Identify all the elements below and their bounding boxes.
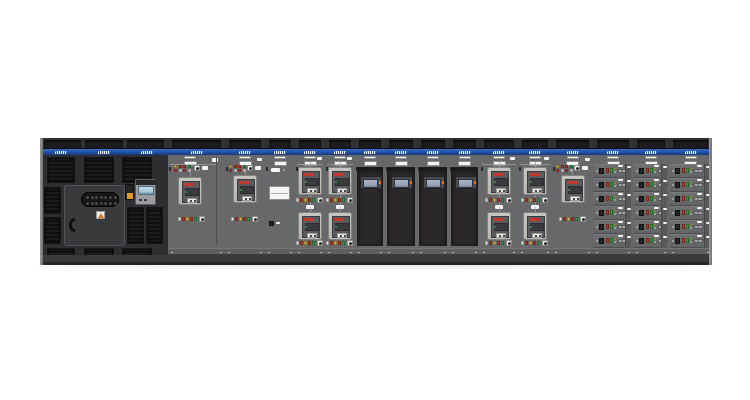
- nameplate: [274, 161, 287, 166]
- roof-strip: [669, 138, 712, 149]
- control-switch-knob: [199, 216, 205, 222]
- indicator-lamp-red: [235, 217, 238, 221]
- indicator-lamp-yellow: [239, 217, 242, 221]
- door-latch: [519, 167, 521, 171]
- meter-led-red: [556, 169, 559, 172]
- mcc-drawer: [634, 164, 660, 178]
- meter-led-red: [179, 165, 182, 168]
- roof-vent: [299, 140, 321, 148]
- breaker-rating-label: [337, 188, 347, 193]
- breaker-window: [335, 223, 349, 231]
- cable-channel: [661, 164, 667, 248]
- mcc-drawer: [594, 206, 624, 220]
- indicator-lamp-red: [308, 198, 311, 202]
- mcc-drawer: [670, 234, 703, 248]
- channel-label: [663, 166, 667, 168]
- drawer-handle: [694, 169, 704, 173]
- knob-pointer: [582, 218, 585, 221]
- screw: [475, 252, 477, 254]
- breaker-section-front: [552, 155, 593, 248]
- indicator-lamp-yellow: [654, 196, 656, 198]
- drawer-label: [654, 193, 659, 195]
- indicator-lamp-red: [338, 198, 341, 202]
- drawer-switch: [639, 224, 644, 230]
- kick-seam: [518, 248, 552, 255]
- knob-pointer: [349, 199, 352, 202]
- roof-vent: [229, 140, 261, 148]
- roof-vent: [522, 140, 548, 148]
- label-mark: [503, 190, 505, 192]
- drive-section-front: [355, 155, 385, 248]
- indicator-lamp-green: [650, 210, 653, 215]
- indicator-lamp-white: [296, 241, 299, 245]
- indicator-lamp-green: [686, 224, 689, 229]
- meter-led-red: [174, 169, 177, 172]
- indicator-lamp-white: [690, 213, 692, 215]
- drawer-switch: [599, 210, 604, 216]
- indicator-lamp-red: [190, 217, 193, 221]
- indicator-lamp-red: [682, 168, 685, 173]
- indicator-lamp-white: [636, 212, 638, 214]
- drawer-label: [654, 221, 659, 223]
- roof-strip: [417, 138, 449, 149]
- indicator-lamp-yellow: [690, 196, 692, 198]
- indicator-lamp-red: [606, 182, 609, 187]
- drawer-switch: [675, 210, 680, 216]
- drawer-switch: [639, 168, 644, 174]
- indicator-lamp-white: [326, 241, 329, 245]
- label-mark: [539, 235, 541, 237]
- mcc-drawer-stack: [634, 164, 660, 248]
- breaker-on-indicator: [335, 181, 337, 183]
- breaker-rating-label: [532, 233, 542, 238]
- drawer-label: [697, 193, 702, 195]
- drawer-switch: [639, 210, 644, 216]
- gauge-dot: [104, 196, 107, 199]
- gauge-dot: [109, 202, 112, 205]
- section-mcc-column-2: [633, 138, 669, 265]
- section-feeder-breakers-3: [480, 138, 518, 265]
- control-switch-knob: [542, 197, 548, 203]
- indicator-lamp-green: [610, 196, 613, 201]
- breaker-window: [185, 188, 199, 196]
- mcc-section-front: [633, 155, 669, 248]
- label-mark: [340, 235, 342, 237]
- brand-logo: [55, 151, 68, 154]
- hmi-panel: [360, 176, 382, 189]
- section-feeder-breakers-2: [325, 138, 355, 265]
- kick-seam: [385, 248, 417, 255]
- drawer-switch: [599, 182, 604, 188]
- breaker-trip-unit: [493, 173, 503, 176]
- kick-seam: [593, 248, 633, 255]
- indicator-lamp-red: [243, 217, 246, 221]
- label-mark: [310, 190, 312, 192]
- indicator-lamp-yellow: [614, 224, 616, 226]
- indicator-lamp-red: [682, 238, 685, 243]
- indicator-lamp-white: [672, 170, 674, 172]
- gauge-dot: [91, 196, 94, 199]
- roof-strip: [295, 138, 325, 149]
- meter-led-white: [179, 169, 182, 172]
- indicator-lamp-red: [497, 241, 500, 245]
- dark-door: [357, 167, 383, 246]
- nameplate: [493, 156, 505, 159]
- indicator-lamp-white: [296, 198, 299, 202]
- mcc-section-front: [669, 155, 712, 248]
- indicator-lamp-red: [606, 196, 609, 201]
- label-mark: [573, 198, 575, 200]
- indicator-lamp-white: [596, 212, 598, 214]
- indicator-lamp-red: [525, 241, 528, 245]
- indicator-lamp-red: [571, 217, 574, 221]
- mcc-drawer: [594, 178, 624, 192]
- indicator-lamp-red: [606, 210, 609, 215]
- section-incomer-breaker-2: [225, 138, 265, 265]
- breaker-face: [491, 216, 509, 238]
- drawer-switch: [599, 224, 604, 230]
- air-circuit-breaker: [487, 212, 511, 240]
- indicator-lamp-white: [690, 185, 692, 187]
- indicator-lamp-yellow: [654, 182, 656, 184]
- indicator-lamp-red: [533, 241, 536, 245]
- drawer-label: [618, 165, 623, 167]
- roof-strip: [168, 138, 225, 149]
- breaker-window: [530, 178, 544, 186]
- breaker-section-front: [325, 155, 355, 248]
